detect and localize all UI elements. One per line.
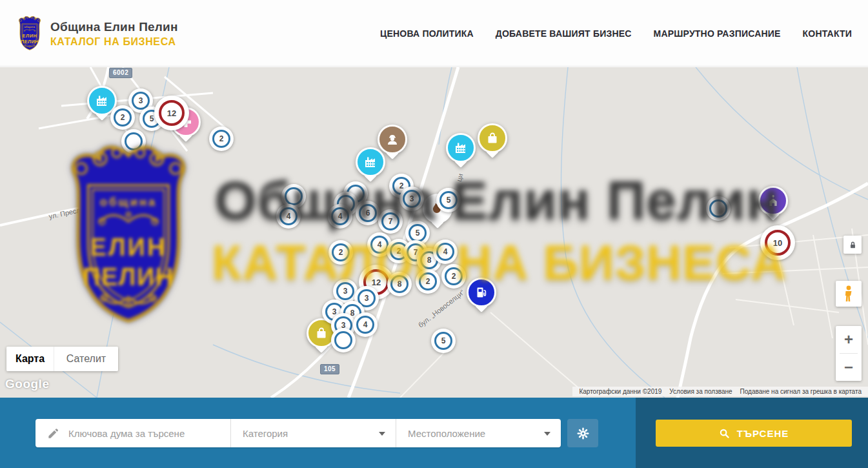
cluster-marker[interactable]: 8: [387, 272, 412, 296]
factory-category-pin[interactable]: [356, 147, 385, 177]
cluster-count: 3: [403, 190, 421, 208]
page: община ЕЛИН ПЕЛИН Община Елин Пелин КАТА…: [0, 0, 868, 468]
location-select[interactable]: Местоположение: [396, 419, 561, 447]
shield-text-elin: ЕЛИН: [23, 33, 37, 39]
report-map-error-link[interactable]: Подаване на сигнал за грешка в картата: [736, 388, 865, 395]
cluster-marker[interactable]: 2: [416, 269, 440, 294]
map-canvas[interactable]: 6002105ул. Преславбул. „Новоселци“ци 325…: [0, 67, 868, 398]
cluster-marker[interactable]: [706, 196, 731, 221]
cluster-count: [709, 199, 727, 218]
cluster-marker[interactable]: 4: [328, 204, 352, 229]
search-controls-group: Ключова дума за търсене Категория Местоп…: [35, 419, 561, 447]
cluster-marker[interactable]: 7: [378, 209, 403, 234]
cluster-count: 8: [390, 275, 409, 293]
cluster-count: 2: [212, 130, 230, 148]
map-type-switcher: Карта Сателит: [6, 347, 118, 371]
church-category-pin[interactable]: [758, 186, 788, 216]
bag-category-pin[interactable]: [478, 123, 507, 153]
pegman-button[interactable]: [836, 281, 862, 307]
cluster-count: 6: [359, 204, 377, 222]
advanced-settings-button[interactable]: [567, 419, 598, 447]
church-icon: [765, 193, 781, 209]
gear-icon: [576, 427, 590, 440]
pencil-icon: [47, 427, 59, 440]
category-placeholder: Категория: [243, 428, 288, 439]
cluster-marker[interactable]: 10: [760, 225, 795, 260]
location-placeholder: Местоположение: [408, 428, 485, 439]
cluster-marker[interactable]: 3: [399, 187, 424, 211]
category-select[interactable]: Категория: [230, 419, 396, 447]
map-attribution: Картографски данни ©2019 Условия за полз…: [572, 387, 868, 396]
zoom-out-button[interactable]: −: [836, 354, 862, 381]
map-markers: 3251222354647542278421282333834510: [0, 67, 868, 398]
cluster-count: 5: [409, 224, 427, 242]
google-logo[interactable]: Google: [5, 377, 49, 391]
map-type-map-button[interactable]: Карта: [6, 347, 54, 371]
header: община ЕЛИН ПЕЛИН Община Елин Пелин КАТА…: [0, 0, 868, 66]
cluster-marker[interactable]: 12: [154, 96, 189, 130]
factory-icon: [363, 154, 378, 170]
search-bar: Ключова дума за търсене Категория Местоп…: [0, 398, 868, 468]
cluster-marker[interactable]: 2: [110, 105, 135, 130]
shopping-bag-icon: [485, 130, 500, 146]
chevron-down-icon: [544, 432, 550, 436]
zoom-in-button[interactable]: +: [836, 326, 862, 353]
cluster-marker[interactable]: 5: [431, 329, 456, 353]
cluster-marker[interactable]: 6: [356, 201, 380, 225]
nav-route-schedule[interactable]: МАРШРУТНО РАЗПИСАНИЕ: [654, 28, 781, 39]
site-subtitle: КАТАЛОГ НА БИЗНЕСА: [50, 36, 178, 48]
cluster-count: 2: [419, 272, 437, 290]
cluster-count: 7: [381, 212, 399, 230]
keyword-placeholder: Ключова дума за търсене: [68, 428, 185, 439]
nav-add-your-business[interactable]: ДОБАВЕТЕ ВАШИЯТ БИЗНЕС: [496, 28, 632, 39]
pegman-icon: [841, 285, 856, 303]
cluster-count: 4: [356, 316, 374, 334]
cluster-marker[interactable]: 4: [353, 312, 378, 337]
cluster-count: 4: [370, 236, 389, 254]
shield-text-pelin: ПЕЛИН: [21, 39, 38, 45]
cluster-count: 4: [331, 207, 349, 225]
search-button[interactable]: ТЪРСЕНЕ: [656, 420, 852, 447]
cluster-count: 4: [279, 207, 298, 225]
zoom-control: + −: [836, 326, 862, 381]
cluster-count: 2: [332, 243, 350, 261]
fuel-pump-icon: [474, 285, 489, 300]
map-data-copyright: Картографски данни ©2019: [575, 388, 665, 395]
cluster-marker[interactable]: 4: [276, 204, 301, 229]
cluster-marker[interactable]: [331, 328, 356, 352]
cluster-count: 3: [336, 282, 354, 300]
cluster-count: 5: [439, 191, 458, 209]
cluster-marker[interactable]: [121, 129, 146, 154]
cluster-count: [285, 187, 303, 205]
cluster-marker[interactable]: 2: [328, 240, 353, 265]
factory-category-pin[interactable]: [446, 133, 476, 163]
cluster-count: 10: [765, 230, 791, 256]
factory-icon: [94, 93, 110, 108]
cluster-count: 12: [159, 100, 185, 126]
nav-pricing-policy[interactable]: ЦЕНОВА ПОЛИТИКА: [380, 28, 474, 39]
site-title: Община Елин Пелин: [50, 20, 178, 34]
terms-of-use-link[interactable]: Условия за ползване: [665, 388, 736, 395]
cluster-count: 2: [114, 108, 132, 127]
municipality-logo: община ЕЛИН ПЕЛИН: [15, 15, 44, 52]
nav-contacts[interactable]: КОНТАКТИ: [803, 28, 852, 39]
cluster-count: 5: [434, 332, 452, 350]
cluster-marker[interactable]: 4: [433, 239, 458, 264]
cluster-count: [125, 132, 143, 150]
cluster-count: 4: [436, 243, 454, 261]
map-type-satellite-button[interactable]: Сателит: [54, 347, 118, 371]
lock-icon: [848, 240, 858, 250]
keyword-search-input[interactable]: Ключова дума за търсене: [35, 419, 230, 447]
lock-button[interactable]: [843, 236, 862, 254]
search-button-label: ТЪРСЕНЕ: [737, 428, 789, 439]
shopping-bag-icon: [314, 325, 329, 341]
cluster-marker[interactable]: 2: [441, 264, 466, 289]
cluster-count: 2: [445, 267, 463, 285]
factory-icon: [453, 140, 469, 156]
shield-text-obshtina: община: [24, 26, 35, 28]
cluster-count: [334, 331, 352, 349]
cluster-marker[interactable]: 2: [209, 127, 234, 151]
cluster-marker[interactable]: 5: [436, 188, 461, 212]
site-title-block[interactable]: Община Елин Пелин КАТАЛОГ НА БИЗНЕСА: [50, 20, 178, 48]
fuel-category-pin[interactable]: [467, 278, 496, 307]
